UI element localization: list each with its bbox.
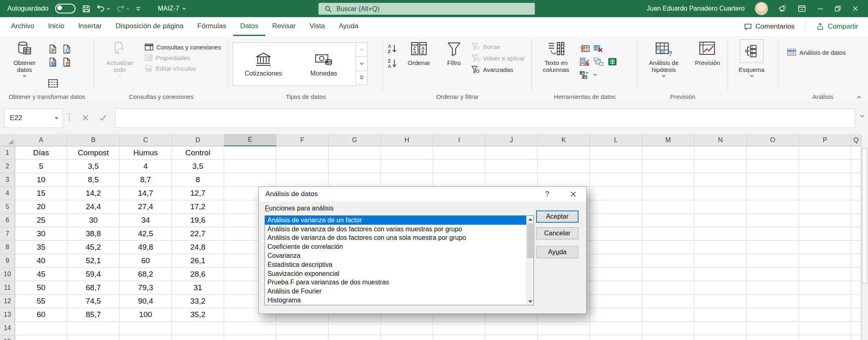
- function-option-1[interactable]: Análisis de varianza de un factor: [265, 216, 534, 225]
- cell-O4[interactable]: [747, 187, 799, 200]
- cell-P8[interactable]: [799, 241, 851, 254]
- from-text-file-icon[interactable]: [48, 44, 58, 54]
- cell-O14[interactable]: [747, 322, 799, 335]
- cell-N14[interactable]: [694, 322, 747, 335]
- cell-A3[interactable]: 10: [15, 173, 67, 187]
- cell-D6[interactable]: 19,6: [172, 214, 224, 227]
- cell-L3[interactable]: [590, 173, 642, 187]
- cell-G15[interactable]: [329, 335, 381, 340]
- row-header-2[interactable]: 2: [0, 160, 15, 173]
- tab-inicio[interactable]: Inicio: [41, 17, 71, 36]
- cell-J1[interactable]: [485, 146, 538, 160]
- column-header-C[interactable]: C: [120, 134, 172, 146]
- cell-D8[interactable]: 24,8: [172, 241, 224, 254]
- ribbon-display-options-icon[interactable]: [797, 4, 806, 13]
- help-button[interactable]: Ayuda: [536, 246, 579, 258]
- row-header-5[interactable]: 5: [0, 200, 15, 214]
- clear-filter-button[interactable]: Borrar: [471, 42, 525, 51]
- cell-M8[interactable]: [642, 241, 694, 254]
- existing-connections-icon[interactable]: [47, 78, 59, 88]
- advanced-filter-button[interactable]: Avanzadas: [471, 65, 525, 74]
- cell-Q6[interactable]: [851, 214, 861, 227]
- cell-N4[interactable]: [694, 187, 747, 200]
- row-header-1[interactable]: 1: [0, 146, 15, 160]
- function-option-6[interactable]: Estadística descriptiva: [265, 260, 534, 269]
- column-header-N[interactable]: N: [694, 134, 747, 146]
- cell-B4[interactable]: 14,2: [67, 187, 120, 200]
- column-header-Q[interactable]: Q: [851, 134, 861, 146]
- cell-N3[interactable]: [694, 173, 747, 187]
- cell-I3[interactable]: [433, 173, 485, 187]
- cell-P14[interactable]: [799, 322, 851, 335]
- function-option-10[interactable]: Histograma: [265, 296, 534, 305]
- cell-L1[interactable]: [590, 146, 642, 160]
- cell-E3[interactable]: [224, 173, 276, 187]
- what-if-analysis-button[interactable]: ? Análisis de hipótesis: [641, 39, 686, 78]
- listbox-scrollbar-thumb[interactable]: [527, 223, 533, 258]
- row-header-9[interactable]: 9: [0, 254, 15, 268]
- cell-Q11[interactable]: [851, 281, 861, 295]
- cell-Q1[interactable]: [851, 146, 861, 160]
- cell-Q15[interactable]: [851, 335, 861, 340]
- cell-J14[interactable]: [485, 322, 538, 335]
- cell-E15[interactable]: [224, 335, 276, 340]
- cell-O11[interactable]: [747, 281, 799, 295]
- cell-M5[interactable]: [642, 200, 694, 214]
- cell-P1[interactable]: [799, 146, 851, 160]
- row-header-3[interactable]: 3: [0, 173, 15, 187]
- cell-F2[interactable]: [276, 160, 329, 173]
- cell-O12[interactable]: [747, 295, 799, 308]
- cell-Q8[interactable]: [851, 241, 861, 254]
- cell-L11[interactable]: [590, 281, 642, 295]
- cell-L13[interactable]: [590, 308, 642, 322]
- cell-C9[interactable]: 60: [120, 254, 172, 268]
- row-header-4[interactable]: 4: [0, 187, 15, 200]
- cell-A4[interactable]: 15: [15, 187, 67, 200]
- row-header-10[interactable]: 10: [0, 268, 15, 281]
- cell-K14[interactable]: [538, 322, 590, 335]
- cell-M15[interactable]: [642, 335, 694, 340]
- cell-O13[interactable]: [747, 308, 799, 322]
- get-data-button[interactable]: Obtener datos: [4, 39, 45, 78]
- cell-B1[interactable]: Compost: [67, 146, 120, 160]
- cell-O3[interactable]: [747, 173, 799, 187]
- cell-P2[interactable]: [799, 160, 851, 173]
- cell-M13[interactable]: [642, 308, 694, 322]
- column-header-L[interactable]: L: [590, 134, 642, 146]
- recent-sources-icon[interactable]: [62, 44, 72, 54]
- cell-J3[interactable]: [485, 173, 538, 187]
- outline-label[interactable]: Esquema: [737, 66, 766, 78]
- cell-Q14[interactable]: [851, 322, 861, 335]
- cell-B2[interactable]: 3,5: [67, 160, 120, 173]
- cell-N1[interactable]: [694, 146, 747, 160]
- gallery-down-button[interactable]: [356, 57, 367, 71]
- cell-P4[interactable]: [799, 187, 851, 200]
- cell-M3[interactable]: [642, 173, 694, 187]
- cell-C6[interactable]: 34: [120, 214, 172, 227]
- name-box-dropdown[interactable]: [50, 117, 62, 120]
- cell-N5[interactable]: [694, 200, 747, 214]
- cell-N12[interactable]: [694, 295, 747, 308]
- cell-P11[interactable]: [799, 281, 851, 295]
- cell-G3[interactable]: [329, 173, 381, 187]
- cell-N10[interactable]: [694, 268, 747, 281]
- cell-O7[interactable]: [747, 227, 799, 241]
- cell-D9[interactable]: 26,1: [172, 254, 224, 268]
- cell-M2[interactable]: [642, 160, 694, 173]
- cell-A2[interactable]: 5: [15, 160, 67, 173]
- from-table-range-icon[interactable]: [62, 57, 72, 67]
- cell-L5[interactable]: [590, 200, 642, 214]
- redo-icon[interactable]: [116, 4, 130, 13]
- manage-data-model-icon[interactable]: [607, 57, 618, 66]
- from-web-icon[interactable]: [48, 57, 58, 67]
- row-header-15[interactable]: 15: [0, 335, 15, 340]
- flash-fill-icon[interactable]: [579, 44, 590, 53]
- stocks-data-type[interactable]: Cotizaciones: [233, 43, 294, 85]
- cell-E1[interactable]: [224, 146, 276, 160]
- name-box[interactable]: E22: [4, 108, 63, 128]
- column-header-J[interactable]: J: [485, 134, 538, 146]
- cell-P10[interactable]: [799, 268, 851, 281]
- cell-B15[interactable]: [67, 335, 120, 340]
- cell-D3[interactable]: 8: [172, 173, 224, 187]
- cell-P15[interactable]: [799, 335, 851, 340]
